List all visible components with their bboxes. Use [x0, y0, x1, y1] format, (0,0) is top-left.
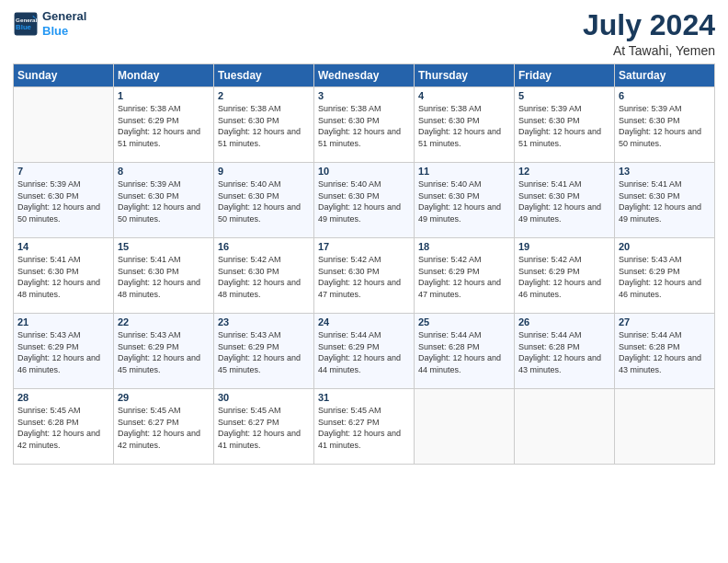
day-number: 30	[218, 392, 310, 403]
logo-text: General Blue	[42, 9, 86, 38]
day-info: Sunrise: 5:44 AMSunset: 6:29 PMDaylight:…	[318, 329, 410, 375]
calendar-table: SundayMondayTuesdayWednesdayThursdayFrid…	[13, 63, 715, 465]
day-info: Sunrise: 5:45 AMSunset: 6:27 PMDaylight:…	[118, 405, 210, 451]
day-info: Sunrise: 5:42 AMSunset: 6:30 PMDaylight:…	[318, 254, 410, 300]
calendar-cell: 6Sunrise: 5:39 AMSunset: 6:30 PMDaylight…	[615, 87, 715, 163]
day-info: Sunrise: 5:40 AMSunset: 6:30 PMDaylight:…	[218, 178, 310, 224]
logo-icon: General Blue	[13, 11, 39, 37]
title-block: July 2024 At Tawahi, Yemen	[583, 9, 715, 58]
calendar-cell: 21Sunrise: 5:43 AMSunset: 6:29 PMDayligh…	[14, 314, 114, 389]
calendar-cell: 5Sunrise: 5:39 AMSunset: 6:30 PMDaylight…	[515, 87, 615, 163]
calendar-cell	[415, 389, 515, 465]
weekday-header: Monday	[114, 64, 214, 87]
day-number: 8	[118, 166, 210, 177]
calendar-week-row: 21Sunrise: 5:43 AMSunset: 6:29 PMDayligh…	[14, 314, 715, 389]
day-number: 31	[318, 392, 410, 403]
subtitle: At Tawahi, Yemen	[583, 43, 715, 58]
day-number: 23	[218, 316, 310, 327]
calendar-cell: 18Sunrise: 5:42 AMSunset: 6:29 PMDayligh…	[415, 238, 515, 314]
calendar-cell: 28Sunrise: 5:45 AMSunset: 6:28 PMDayligh…	[14, 389, 114, 465]
calendar-cell: 14Sunrise: 5:41 AMSunset: 6:30 PMDayligh…	[14, 238, 114, 314]
calendar-cell: 10Sunrise: 5:40 AMSunset: 6:30 PMDayligh…	[314, 163, 415, 238]
calendar-cell: 4Sunrise: 5:38 AMSunset: 6:30 PMDaylight…	[415, 87, 515, 163]
day-number: 11	[418, 166, 510, 177]
day-number: 6	[619, 90, 711, 101]
day-number: 21	[17, 316, 109, 327]
calendar-cell: 3Sunrise: 5:38 AMSunset: 6:30 PMDaylight…	[314, 87, 415, 163]
calendar-week-row: 1Sunrise: 5:38 AMSunset: 6:29 PMDaylight…	[14, 87, 715, 163]
day-number: 14	[17, 241, 109, 252]
calendar-cell: 1Sunrise: 5:38 AMSunset: 6:29 PMDaylight…	[114, 87, 214, 163]
day-number: 9	[218, 166, 310, 177]
day-info: Sunrise: 5:42 AMSunset: 6:29 PMDaylight:…	[418, 254, 510, 300]
calendar-cell: 31Sunrise: 5:45 AMSunset: 6:27 PMDayligh…	[314, 389, 415, 465]
day-info: Sunrise: 5:39 AMSunset: 6:30 PMDaylight:…	[118, 178, 210, 224]
calendar-cell: 25Sunrise: 5:44 AMSunset: 6:28 PMDayligh…	[415, 314, 515, 389]
weekday-header: Wednesday	[314, 64, 415, 87]
calendar-week-row: 7Sunrise: 5:39 AMSunset: 6:30 PMDaylight…	[14, 163, 715, 238]
calendar-cell: 7Sunrise: 5:39 AMSunset: 6:30 PMDaylight…	[14, 163, 114, 238]
day-number: 7	[17, 166, 109, 177]
day-number: 19	[518, 241, 610, 252]
day-number: 25	[418, 316, 510, 327]
day-info: Sunrise: 5:44 AMSunset: 6:28 PMDaylight:…	[518, 329, 610, 375]
day-number: 28	[17, 392, 109, 403]
calendar-week-row: 28Sunrise: 5:45 AMSunset: 6:28 PMDayligh…	[14, 389, 715, 465]
calendar-cell: 16Sunrise: 5:42 AMSunset: 6:30 PMDayligh…	[214, 238, 314, 314]
day-number: 3	[318, 90, 410, 101]
calendar-cell	[515, 389, 615, 465]
day-info: Sunrise: 5:39 AMSunset: 6:30 PMDaylight:…	[518, 103, 610, 149]
weekday-header: Sunday	[14, 64, 114, 87]
calendar-cell: 27Sunrise: 5:44 AMSunset: 6:28 PMDayligh…	[615, 314, 715, 389]
day-info: Sunrise: 5:44 AMSunset: 6:28 PMDaylight:…	[418, 329, 510, 375]
day-info: Sunrise: 5:44 AMSunset: 6:28 PMDaylight:…	[619, 329, 711, 375]
day-number: 1	[118, 90, 210, 101]
day-info: Sunrise: 5:43 AMSunset: 6:29 PMDaylight:…	[17, 329, 109, 375]
calendar-cell	[14, 87, 114, 163]
calendar-cell: 24Sunrise: 5:44 AMSunset: 6:29 PMDayligh…	[314, 314, 415, 389]
day-info: Sunrise: 5:38 AMSunset: 6:30 PMDaylight:…	[418, 103, 510, 149]
calendar-cell	[615, 389, 715, 465]
main-title: July 2024	[583, 9, 715, 41]
weekday-header: Tuesday	[214, 64, 314, 87]
svg-text:General: General	[16, 17, 37, 23]
calendar-cell: 20Sunrise: 5:43 AMSunset: 6:29 PMDayligh…	[615, 238, 715, 314]
day-number: 20	[619, 241, 711, 252]
day-info: Sunrise: 5:41 AMSunset: 6:30 PMDaylight:…	[619, 178, 711, 224]
calendar-cell: 2Sunrise: 5:38 AMSunset: 6:30 PMDaylight…	[214, 87, 314, 163]
day-number: 18	[418, 241, 510, 252]
calendar-cell: 11Sunrise: 5:40 AMSunset: 6:30 PMDayligh…	[415, 163, 515, 238]
calendar-cell: 22Sunrise: 5:43 AMSunset: 6:29 PMDayligh…	[114, 314, 214, 389]
day-info: Sunrise: 5:41 AMSunset: 6:30 PMDaylight:…	[518, 178, 610, 224]
calendar-cell: 12Sunrise: 5:41 AMSunset: 6:30 PMDayligh…	[515, 163, 615, 238]
calendar-cell: 13Sunrise: 5:41 AMSunset: 6:30 PMDayligh…	[615, 163, 715, 238]
calendar-cell: 29Sunrise: 5:45 AMSunset: 6:27 PMDayligh…	[114, 389, 214, 465]
day-info: Sunrise: 5:45 AMSunset: 6:27 PMDaylight:…	[318, 405, 410, 451]
day-number: 27	[619, 316, 711, 327]
logo: General Blue General Blue	[13, 9, 86, 38]
day-info: Sunrise: 5:43 AMSunset: 6:29 PMDaylight:…	[218, 329, 310, 375]
day-info: Sunrise: 5:40 AMSunset: 6:30 PMDaylight:…	[418, 178, 510, 224]
day-number: 12	[518, 166, 610, 177]
day-number: 29	[118, 392, 210, 403]
calendar-cell: 19Sunrise: 5:42 AMSunset: 6:29 PMDayligh…	[515, 238, 615, 314]
calendar-cell: 15Sunrise: 5:41 AMSunset: 6:30 PMDayligh…	[114, 238, 214, 314]
svg-text:Blue: Blue	[16, 23, 32, 31]
day-info: Sunrise: 5:38 AMSunset: 6:30 PMDaylight:…	[318, 103, 410, 149]
header: General Blue General Blue July 2024 At T…	[13, 9, 715, 58]
calendar-cell: 9Sunrise: 5:40 AMSunset: 6:30 PMDaylight…	[214, 163, 314, 238]
day-info: Sunrise: 5:43 AMSunset: 6:29 PMDaylight:…	[118, 329, 210, 375]
day-number: 24	[318, 316, 410, 327]
day-number: 16	[218, 241, 310, 252]
weekday-header: Friday	[515, 64, 615, 87]
day-number: 5	[518, 90, 610, 101]
weekday-header: Saturday	[615, 64, 715, 87]
day-number: 15	[118, 241, 210, 252]
day-number: 17	[318, 241, 410, 252]
day-info: Sunrise: 5:41 AMSunset: 6:30 PMDaylight:…	[118, 254, 210, 300]
day-number: 4	[418, 90, 510, 101]
day-info: Sunrise: 5:41 AMSunset: 6:30 PMDaylight:…	[17, 254, 109, 300]
day-info: Sunrise: 5:45 AMSunset: 6:27 PMDaylight:…	[218, 405, 310, 451]
day-info: Sunrise: 5:42 AMSunset: 6:29 PMDaylight:…	[518, 254, 610, 300]
day-info: Sunrise: 5:42 AMSunset: 6:30 PMDaylight:…	[218, 254, 310, 300]
